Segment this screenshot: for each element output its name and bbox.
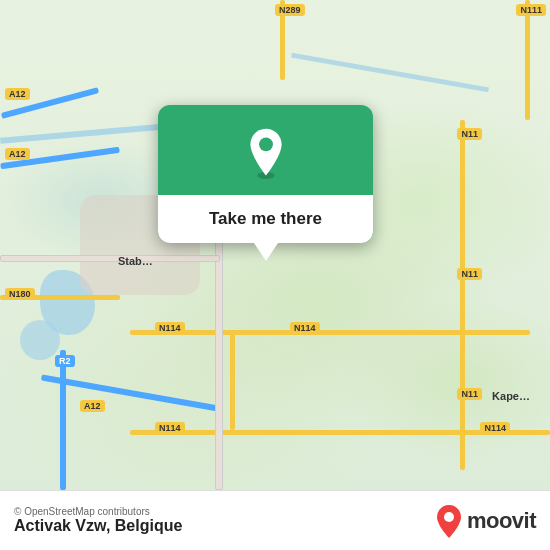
label-n11-3: N11 bbox=[457, 388, 482, 400]
road-r2 bbox=[60, 350, 66, 490]
label-a12-top: A12 bbox=[5, 88, 30, 100]
label-n114-2: N114 bbox=[290, 322, 320, 334]
label-n11-1: N11 bbox=[457, 128, 482, 140]
label-a12-mid: A12 bbox=[5, 148, 30, 160]
label-n289: N289 bbox=[275, 4, 305, 16]
label-n114-3: N114 bbox=[155, 422, 185, 434]
water-feature-2 bbox=[20, 320, 60, 360]
label-r2: R2 bbox=[55, 355, 75, 367]
road-center-horizontal bbox=[0, 255, 220, 262]
popup-tail bbox=[254, 243, 278, 261]
label-n114-1: N114 bbox=[155, 322, 185, 334]
moovit-text: moovit bbox=[467, 508, 536, 534]
take-me-there-button[interactable]: Take me there bbox=[158, 195, 373, 243]
location-pin-icon bbox=[240, 127, 292, 179]
bottom-bar: © OpenStreetMap contributors Activak Vzw… bbox=[0, 490, 550, 550]
svg-point-1 bbox=[259, 137, 273, 151]
svg-point-2 bbox=[444, 512, 454, 522]
road-n111 bbox=[525, 0, 530, 120]
moovit-logo: moovit bbox=[435, 504, 536, 538]
label-n180: N180 bbox=[5, 288, 35, 300]
place-label-stab: Stab… bbox=[118, 255, 153, 267]
road-n114-vertical bbox=[230, 330, 235, 430]
bottom-left-info: © OpenStreetMap contributors Activak Vzw… bbox=[14, 506, 182, 535]
label-a12-bot: A12 bbox=[80, 400, 105, 412]
osm-attribution: © OpenStreetMap contributors bbox=[14, 506, 182, 517]
label-n111: N111 bbox=[516, 4, 546, 16]
map-container: A12 A12 A12 N289 N111 N11 N11 N11 N180 N… bbox=[0, 0, 550, 490]
popup-card: Take me there bbox=[158, 105, 373, 243]
place-label-kape: Kape… bbox=[492, 390, 530, 402]
moovit-pin-icon bbox=[435, 504, 463, 538]
label-n114-4: N114 bbox=[480, 422, 510, 434]
place-name: Activak Vzw, Belgique bbox=[14, 517, 182, 535]
label-n11-2: N11 bbox=[457, 268, 482, 280]
road-n11-vertical bbox=[460, 120, 465, 470]
popup-icon-area bbox=[158, 105, 373, 195]
road-n114-h1 bbox=[130, 330, 530, 335]
